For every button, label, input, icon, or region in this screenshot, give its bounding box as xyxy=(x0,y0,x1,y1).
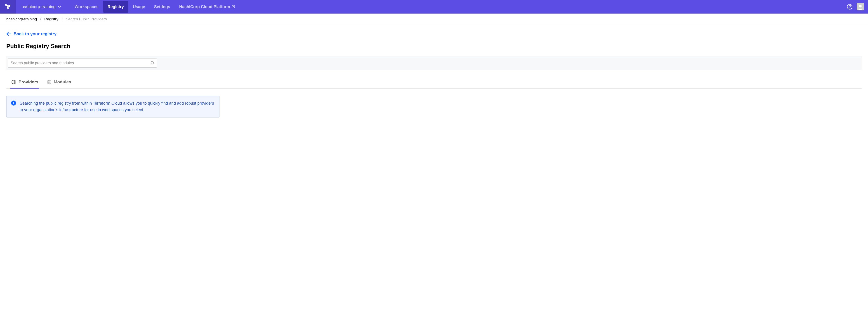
breadcrumb-sep: / xyxy=(40,17,41,22)
nav-usage[interactable]: Usage xyxy=(128,1,150,13)
arrow-left-icon xyxy=(6,31,11,36)
nav-settings-label: Settings xyxy=(154,4,170,9)
org-name: hashicorp-training xyxy=(22,4,56,9)
tabs: Providers Modules xyxy=(6,76,862,89)
top-nav: hashicorp-training Workspaces Registry U… xyxy=(0,0,868,13)
breadcrumb-current: Search Public Providers xyxy=(66,17,107,22)
tab-modules-label: Modules xyxy=(54,79,71,85)
terraform-logo[interactable] xyxy=(0,0,16,13)
search-bar xyxy=(6,56,862,70)
avatar-icon xyxy=(857,4,864,10)
nav-registry[interactable]: Registry xyxy=(103,1,128,13)
org-selector[interactable]: hashicorp-training xyxy=(22,4,61,9)
tab-providers-label: Providers xyxy=(19,79,38,85)
back-link[interactable]: Back to your registry xyxy=(6,31,57,36)
external-link-icon xyxy=(231,5,235,8)
nav-items: Workspaces Registry Usage Settings Hashi… xyxy=(70,1,240,13)
module-icon xyxy=(46,79,52,85)
svg-point-3 xyxy=(151,61,154,64)
user-avatar[interactable] xyxy=(857,3,864,10)
terraform-logo-icon xyxy=(5,4,11,10)
chevron-down-icon xyxy=(58,5,61,8)
nav-usage-label: Usage xyxy=(133,4,145,9)
search-input-wrap xyxy=(8,59,157,68)
breadcrumb-sep: / xyxy=(61,17,63,22)
content: Back to your registry Public Registry Se… xyxy=(0,25,868,124)
nav-registry-label: Registry xyxy=(107,4,124,9)
nav-workspaces-label: Workspaces xyxy=(74,4,98,9)
info-icon: i xyxy=(11,101,16,105)
help-icon[interactable] xyxy=(847,4,852,10)
info-box: i Searching the public registry from wit… xyxy=(6,96,219,118)
globe-icon xyxy=(11,79,16,85)
nav-settings[interactable]: Settings xyxy=(150,1,175,13)
nav-hcp-label: HashiCorp Cloud Platform xyxy=(179,4,230,9)
info-message: Searching the public registry from withi… xyxy=(20,100,215,113)
nav-right xyxy=(847,3,868,10)
page-title: Public Registry Search xyxy=(6,43,862,50)
breadcrumb-org[interactable]: hashicorp-training xyxy=(6,17,37,22)
breadcrumb: hashicorp-training / Registry / Search P… xyxy=(0,13,868,25)
search-icon xyxy=(151,61,155,65)
svg-point-2 xyxy=(859,5,862,7)
nav-hcp[interactable]: HashiCorp Cloud Platform xyxy=(175,1,240,13)
tab-providers[interactable]: Providers xyxy=(10,76,39,89)
nav-workspaces[interactable]: Workspaces xyxy=(70,1,103,13)
svg-point-1 xyxy=(849,8,850,8)
tab-modules[interactable]: Modules xyxy=(46,76,72,89)
breadcrumb-registry[interactable]: Registry xyxy=(44,17,58,22)
search-input[interactable] xyxy=(8,59,157,68)
back-link-label: Back to your registry xyxy=(13,31,57,36)
